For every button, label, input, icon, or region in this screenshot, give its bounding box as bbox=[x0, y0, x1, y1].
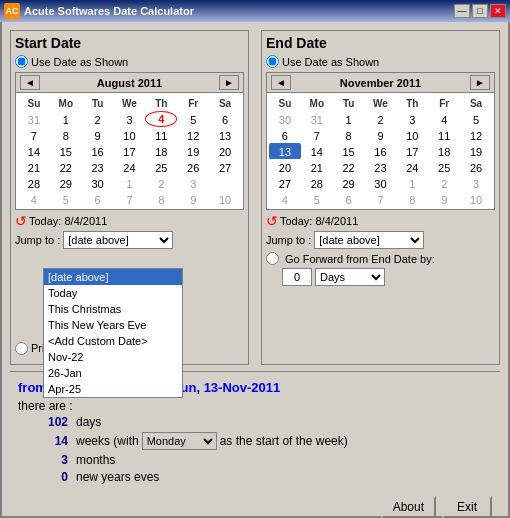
end-cal-day[interactable]: 29 bbox=[333, 175, 365, 191]
start-prior-radio[interactable] bbox=[15, 342, 28, 355]
end-cal-day[interactable]: 12 bbox=[460, 127, 492, 143]
end-cal-day[interactable]: 9 bbox=[365, 127, 397, 143]
start-cal-day[interactable]: 1 bbox=[114, 175, 146, 191]
dropdown-item-apr25[interactable]: Apr-25 bbox=[44, 381, 182, 397]
start-cal-day[interactable]: 5 bbox=[50, 191, 82, 207]
end-cal-day[interactable]: 7 bbox=[365, 191, 397, 207]
result-week-select[interactable]: Monday Sunday Saturday bbox=[142, 432, 217, 450]
end-cal-day[interactable]: 26 bbox=[460, 159, 492, 175]
start-cal-day[interactable]: 28 bbox=[18, 175, 50, 191]
end-cal-day[interactable]: 28 bbox=[301, 175, 333, 191]
start-cal-day-selected[interactable]: 4 bbox=[145, 111, 177, 127]
end-cal-day[interactable]: 14 bbox=[301, 143, 333, 159]
dropdown-item-add-custom[interactable]: <Add Custom Date> bbox=[44, 333, 182, 349]
start-cal-day[interactable]: 9 bbox=[82, 127, 114, 143]
end-jump-select[interactable]: [date above] Today This Christmas bbox=[314, 231, 424, 249]
start-cal-day[interactable]: 1 bbox=[50, 111, 82, 127]
minimize-button[interactable]: — bbox=[454, 4, 470, 18]
end-cal-day[interactable]: 6 bbox=[269, 127, 301, 143]
end-cal-day[interactable]: 1 bbox=[333, 111, 365, 127]
end-cal-day[interactable]: 15 bbox=[333, 143, 365, 159]
start-cal-day[interactable]: 6 bbox=[209, 111, 241, 127]
start-cal-day[interactable]: 15 bbox=[50, 143, 82, 159]
end-cal-day[interactable]: 27 bbox=[269, 175, 301, 191]
end-cal-day[interactable]: 6 bbox=[333, 191, 365, 207]
start-cal-day[interactable]: 27 bbox=[209, 159, 241, 175]
end-cal-day-selected[interactable]: 13 bbox=[269, 143, 301, 159]
dropdown-item-newyearseve[interactable]: This New Years Eve bbox=[44, 317, 182, 333]
end-cal-day[interactable]: 20 bbox=[269, 159, 301, 175]
start-cal-day[interactable]: 3 bbox=[114, 111, 146, 127]
end-cal-day[interactable]: 5 bbox=[301, 191, 333, 207]
end-go-forward-radio[interactable] bbox=[266, 252, 279, 265]
start-cal-day[interactable]: 6 bbox=[82, 191, 114, 207]
end-cal-day[interactable]: 8 bbox=[333, 127, 365, 143]
start-use-date-radio[interactable] bbox=[15, 55, 28, 68]
start-cal-day[interactable]: 22 bbox=[50, 159, 82, 175]
start-cal-day[interactable]: 2 bbox=[145, 175, 177, 191]
start-cal-day[interactable]: 7 bbox=[114, 191, 146, 207]
end-cal-day[interactable]: 10 bbox=[396, 127, 428, 143]
end-cal-day[interactable]: 2 bbox=[365, 111, 397, 127]
end-cal-day[interactable]: 21 bbox=[301, 159, 333, 175]
end-go-input[interactable] bbox=[282, 268, 312, 286]
end-cal-day[interactable]: 25 bbox=[428, 159, 460, 175]
start-cal-next[interactable]: ► bbox=[219, 75, 239, 90]
start-cal-day[interactable]: 24 bbox=[114, 159, 146, 175]
dropdown-item-nov22[interactable]: Nov-22 bbox=[44, 349, 182, 365]
end-cal-day[interactable]: 23 bbox=[365, 159, 397, 175]
start-cal-day[interactable]: 25 bbox=[145, 159, 177, 175]
end-cal-day[interactable]: 9 bbox=[428, 191, 460, 207]
end-cal-day[interactable]: 10 bbox=[460, 191, 492, 207]
end-cal-day[interactable]: 7 bbox=[301, 127, 333, 143]
end-cal-next[interactable]: ► bbox=[470, 75, 490, 90]
start-cal-day[interactable]: 4 bbox=[18, 191, 50, 207]
start-cal-day[interactable]: 19 bbox=[177, 143, 209, 159]
start-cal-day[interactable]: 14 bbox=[18, 143, 50, 159]
start-cal-day[interactable]: 8 bbox=[145, 191, 177, 207]
start-cal-prev[interactable]: ◄ bbox=[20, 75, 40, 90]
start-cal-day[interactable]: 26 bbox=[177, 159, 209, 175]
end-cal-day[interactable]: 4 bbox=[428, 111, 460, 127]
start-cal-day[interactable]: 5 bbox=[177, 111, 209, 127]
end-cal-day[interactable]: 16 bbox=[365, 143, 397, 159]
start-cal-day[interactable]: 18 bbox=[145, 143, 177, 159]
end-cal-day[interactable]: 30 bbox=[365, 175, 397, 191]
end-cal-day[interactable]: 17 bbox=[396, 143, 428, 159]
start-cal-day[interactable]: 10 bbox=[209, 191, 241, 207]
start-cal-day[interactable]: 16 bbox=[82, 143, 114, 159]
end-cal-day[interactable]: 30 bbox=[269, 111, 301, 127]
dropdown-item-christmas[interactable]: This Christmas bbox=[44, 301, 182, 317]
start-cal-day[interactable]: 3 bbox=[177, 175, 209, 191]
end-cal-day[interactable]: 19 bbox=[460, 143, 492, 159]
end-cal-day[interactable]: 22 bbox=[333, 159, 365, 175]
dropdown-item-date-above[interactable]: [date above] bbox=[44, 269, 182, 285]
end-cal-day[interactable]: 31 bbox=[301, 111, 333, 127]
end-cal-day[interactable]: 8 bbox=[396, 191, 428, 207]
about-button[interactable]: About bbox=[381, 496, 436, 518]
end-cal-day[interactable]: 5 bbox=[460, 111, 492, 127]
start-cal-day[interactable]: 21 bbox=[18, 159, 50, 175]
start-cal-day[interactable]: 9 bbox=[177, 191, 209, 207]
start-cal-day[interactable]: 8 bbox=[50, 127, 82, 143]
end-cal-prev[interactable]: ◄ bbox=[271, 75, 291, 90]
start-cal-day[interactable]: 31 bbox=[18, 111, 50, 127]
end-cal-day[interactable]: 4 bbox=[269, 191, 301, 207]
end-cal-day[interactable]: 11 bbox=[428, 127, 460, 143]
start-cal-day[interactable]: 7 bbox=[18, 127, 50, 143]
end-go-days-select[interactable]: Days Weeks Months bbox=[315, 268, 385, 286]
end-use-date-radio[interactable] bbox=[266, 55, 279, 68]
start-cal-day[interactable]: 13 bbox=[209, 127, 241, 143]
start-cal-day[interactable]: 11 bbox=[145, 127, 177, 143]
start-cal-day[interactable]: 30 bbox=[82, 175, 114, 191]
end-cal-day[interactable]: 2 bbox=[428, 175, 460, 191]
start-cal-day[interactable]: 12 bbox=[177, 127, 209, 143]
end-cal-day[interactable]: 3 bbox=[460, 175, 492, 191]
start-cal-day[interactable]: 23 bbox=[82, 159, 114, 175]
end-cal-day[interactable]: 3 bbox=[396, 111, 428, 127]
end-cal-day[interactable]: 1 bbox=[396, 175, 428, 191]
close-button[interactable]: ✕ bbox=[490, 4, 506, 18]
start-cal-day[interactable]: 20 bbox=[209, 143, 241, 159]
dropdown-item-26jan[interactable]: 26-Jan bbox=[44, 365, 182, 381]
start-cal-day[interactable]: 17 bbox=[114, 143, 146, 159]
